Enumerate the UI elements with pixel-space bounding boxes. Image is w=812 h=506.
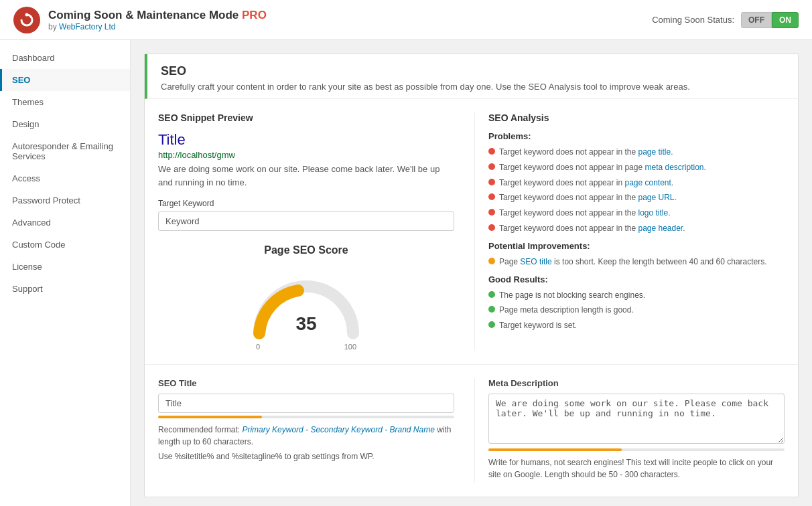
good-item-1: The page is not blocking search engines.: [488, 290, 785, 301]
seo-title-progress-bar-bg: [158, 416, 454, 418]
seo-title-link[interactable]: SEO title: [520, 257, 551, 266]
main-content: SEO Carefully craft your content in orde…: [131, 40, 812, 506]
page-content-link[interactable]: page content: [624, 178, 671, 187]
target-keyword-input[interactable]: [158, 212, 454, 231]
problem-item-2: Target keyword does not appear in page m…: [488, 162, 785, 173]
good-item-3: Target keyword is set.: [488, 320, 785, 331]
sidebar-item-advanced[interactable]: Advanced: [0, 212, 130, 234]
sidebar-item-access[interactable]: Access: [0, 167, 130, 189]
webfactory-link[interactable]: WebFactory Ltd: [59, 22, 115, 31]
sidebar-item-dashboard[interactable]: Dashboard: [0, 47, 130, 69]
meta-description-link[interactable]: meta description: [645, 163, 703, 172]
header-title-block: Coming Soon & Maintenance Mode PRO by We…: [48, 9, 267, 31]
snippet-column: SEO Snippet Preview Title http://localho…: [158, 112, 474, 351]
header-title: Coming Soon & Maintenance Mode PRO: [48, 9, 267, 22]
sidebar-item-custom-code[interactable]: Custom Code: [0, 234, 130, 256]
meta-description-input[interactable]: [488, 394, 785, 444]
sidebar-item-autoresponder[interactable]: Autoresponder & Emailing Services: [0, 135, 130, 167]
bottom-two-columns: SEO Title Recommended format: Primary Ke…: [145, 365, 798, 497]
snippet-url: http://localhost/gmw: [158, 150, 454, 160]
sidebar-item-license[interactable]: License: [0, 256, 130, 278]
target-keyword-label: Target Keyword: [158, 199, 454, 208]
snippet-title: Title: [158, 131, 454, 149]
seo-title-hint1: Recommended format: Primary Keyword - Se…: [158, 424, 454, 448]
top-two-columns: SEO Snippet Preview Title http://localho…: [145, 99, 798, 365]
logo-icon: [13, 7, 40, 33]
sidebar: Dashboard SEO Themes Design Autoresponde…: [0, 40, 131, 506]
page-title-link[interactable]: page title: [638, 147, 671, 157]
red-dot: [488, 224, 495, 231]
meta-description-hint: Write for humans, not search engines! Th…: [488, 456, 785, 481]
red-dot: [488, 209, 495, 216]
content-card: SEO Carefully craft your content in orde…: [144, 54, 799, 497]
problems-label: Problems:: [488, 131, 785, 141]
seo-title-column: SEO Title Recommended format: Primary Ke…: [158, 378, 474, 483]
header: Coming Soon & Maintenance Mode PRO by We…: [0, 0, 812, 40]
sidebar-item-support[interactable]: Support: [0, 278, 130, 300]
header-right: Coming Soon Status: OFF ON: [652, 12, 799, 28]
good-results-label: Good Results:: [488, 274, 785, 284]
snippet-description: We are doing some work on our site. Plea…: [158, 163, 454, 189]
layout: Dashboard SEO Themes Design Autoresponde…: [0, 40, 812, 506]
seo-score-gauge: Page SEO Score 35 0 100: [158, 244, 454, 351]
svg-point-1: [25, 13, 29, 16]
toggle-off-button[interactable]: OFF: [741, 12, 772, 28]
sidebar-item-password-protect[interactable]: Password Protect: [0, 189, 130, 212]
page-header-link[interactable]: page header: [638, 224, 683, 233]
meta-description-progress-bar-fill: [488, 448, 622, 451]
problem-item-5: Target keyword does not appear in the lo…: [488, 207, 785, 219]
coming-soon-toggle[interactable]: OFF ON: [741, 12, 799, 28]
meta-description-progress-bar-bg: [488, 448, 785, 451]
seo-title-progress-bar-fill: [158, 416, 262, 418]
red-dot: [488, 148, 495, 155]
content-header: SEO Carefully craft your content in orde…: [145, 54, 798, 99]
red-dot: [488, 163, 495, 170]
seo-analysis-column: SEO Analysis Problems: Target keyword do…: [474, 112, 785, 351]
green-dot: [488, 306, 495, 313]
page-title: SEO: [161, 64, 785, 78]
toggle-on-button[interactable]: ON: [772, 12, 799, 28]
seo-analysis-title: SEO Analysis: [488, 112, 785, 123]
seo-title-hint2: Use %sitetitle% and %sitetagline% to gra…: [158, 450, 454, 462]
snippet-preview-title: SEO Snippet Preview: [158, 112, 454, 123]
header-subtitle: by WebFactory Ltd: [48, 22, 267, 31]
green-dot: [488, 291, 495, 298]
orange-dot: [488, 258, 495, 264]
sidebar-item-design[interactable]: Design: [0, 113, 130, 135]
improvements-label: Potential Improvements:: [488, 241, 785, 251]
logo-title-link[interactable]: logo title: [638, 208, 668, 218]
header-left: Coming Soon & Maintenance Mode PRO by We…: [13, 7, 267, 33]
red-dot: [488, 179, 495, 185]
page-url-link[interactable]: page URL: [638, 193, 674, 202]
page-description: Carefully craft your content in order to…: [161, 82, 785, 92]
coming-soon-status-label: Coming Soon Status:: [652, 15, 734, 25]
problem-item-1: Target keyword does not appear in the pa…: [488, 147, 785, 158]
meta-description-column: Meta Description Write for humans, not s…: [474, 378, 785, 483]
sidebar-item-themes[interactable]: Themes: [0, 91, 130, 113]
seo-title-input[interactable]: [158, 394, 454, 413]
gauge-svg: 35: [246, 266, 366, 340]
gauge-labels: 0 100: [256, 343, 356, 351]
good-item-2: Page meta description length is good.: [488, 305, 785, 316]
improvement-item-1: Page SEO title is too short. Keep the le…: [488, 256, 785, 268]
sidebar-item-seo[interactable]: SEO: [0, 69, 130, 91]
svg-text:35: 35: [295, 313, 316, 334]
problem-item-6: Target keyword does not appear in the pa…: [488, 223, 785, 234]
gauge-title: Page SEO Score: [158, 244, 454, 256]
problem-item-4: Target keyword does not appear in the pa…: [488, 192, 785, 203]
green-dot: [488, 321, 495, 328]
seo-title-label: SEO Title: [158, 378, 454, 388]
red-dot: [488, 193, 495, 200]
meta-description-label: Meta Description: [488, 378, 785, 388]
problem-item-3: Target keyword does not appear in page c…: [488, 177, 785, 189]
